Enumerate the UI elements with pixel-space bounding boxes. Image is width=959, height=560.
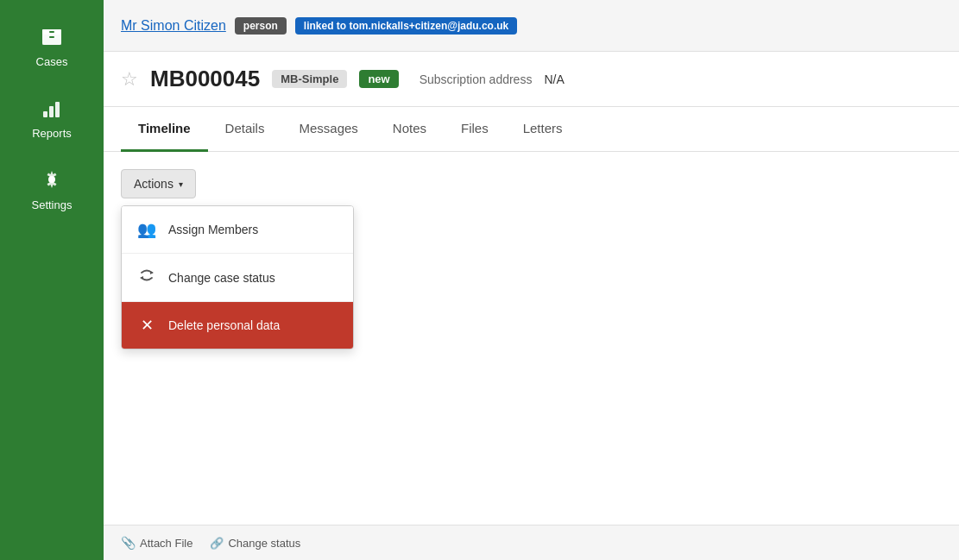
delete-personal-data-label: Delete personal data (168, 318, 280, 332)
attach-file-link[interactable]: 📎 Attach File (121, 536, 192, 550)
svg-rect-3 (42, 40, 61, 45)
svg-rect-8 (55, 102, 60, 117)
dropdown-item-delete-personal-data[interactable]: ✕ Delete personal data (122, 302, 353, 349)
change-status-icon: 🔗 (210, 537, 224, 550)
change-status-label: Change status (228, 537, 300, 550)
svg-rect-7 (49, 106, 54, 117)
dropdown-item-change-case-status[interactable]: Change case status (122, 254, 353, 302)
actions-button[interactable]: Actions ▾ (121, 169, 196, 198)
tab-details[interactable]: Details (208, 107, 282, 152)
svg-rect-5 (49, 36, 54, 38)
content-area: Actions ▾ 👥 Assign Members Change case s (104, 152, 959, 560)
chevron-down-icon: ▾ (179, 179, 183, 189)
case-type-badge: MB-Simple (272, 70, 347, 88)
dropdown-item-assign-members[interactable]: 👥 Assign Members (122, 206, 353, 254)
subscription-value: N/A (544, 72, 564, 86)
assign-members-icon: 👥 (137, 220, 156, 239)
change-case-status-icon (137, 267, 156, 287)
person-badge: person (235, 17, 287, 35)
svg-marker-10 (150, 271, 154, 274)
actions-dropdown: 👥 Assign Members Change case status ✕ De… (121, 205, 354, 349)
case-status-badge: new (359, 70, 398, 88)
attach-file-label: Attach File (140, 537, 192, 550)
sidebar-item-reports-label: Reports (32, 127, 72, 140)
star-icon[interactable]: ☆ (121, 68, 138, 91)
main-content: Mr Simon Citizen person linked to tom.ni… (104, 0, 959, 560)
tab-timeline[interactable]: Timeline (121, 107, 208, 152)
svg-rect-4 (49, 31, 54, 33)
linked-badge: linked to tom.nickalls+citizen@jadu.co.u… (295, 17, 517, 35)
case-id: MB000045 (150, 66, 260, 92)
person-name-link[interactable]: Mr Simon Citizen (121, 18, 226, 34)
paperclip-icon: 📎 (121, 536, 136, 550)
sidebar-item-cases-label: Cases (36, 55, 68, 68)
top-bar: Mr Simon Citizen person linked to tom.ni… (104, 0, 959, 52)
svg-rect-6 (43, 111, 47, 117)
svg-marker-11 (140, 276, 143, 280)
tabs-bar: Timeline Details Messages Notes Files Le… (104, 107, 959, 152)
settings-icon (36, 164, 67, 195)
tab-notes[interactable]: Notes (375, 107, 444, 152)
sidebar: Cases Reports Settings (0, 0, 104, 560)
change-case-status-label: Change case status (168, 271, 275, 285)
sidebar-item-settings[interactable]: Settings (0, 152, 104, 223)
tab-files[interactable]: Files (444, 107, 506, 152)
tab-letters[interactable]: Letters (506, 107, 580, 152)
assign-members-label: Assign Members (168, 223, 258, 236)
tab-messages[interactable]: Messages (281, 107, 375, 152)
actions-button-label: Actions (134, 177, 174, 191)
subscription-label: Subscription address (420, 72, 533, 86)
sidebar-item-cases[interactable]: Cases (0, 9, 104, 80)
change-status-link[interactable]: 🔗 Change status (210, 537, 300, 550)
sidebar-item-reports[interactable]: Reports (0, 80, 104, 152)
sidebar-item-settings-label: Settings (32, 198, 73, 211)
reports-icon (36, 92, 67, 123)
delete-personal-data-icon: ✕ (137, 316, 156, 335)
cases-icon (36, 21, 67, 52)
case-header: ☆ MB000045 MB-Simple new Subscription ad… (104, 52, 959, 107)
bottom-bar: 📎 Attach File 🔗 Change status (104, 525, 959, 560)
